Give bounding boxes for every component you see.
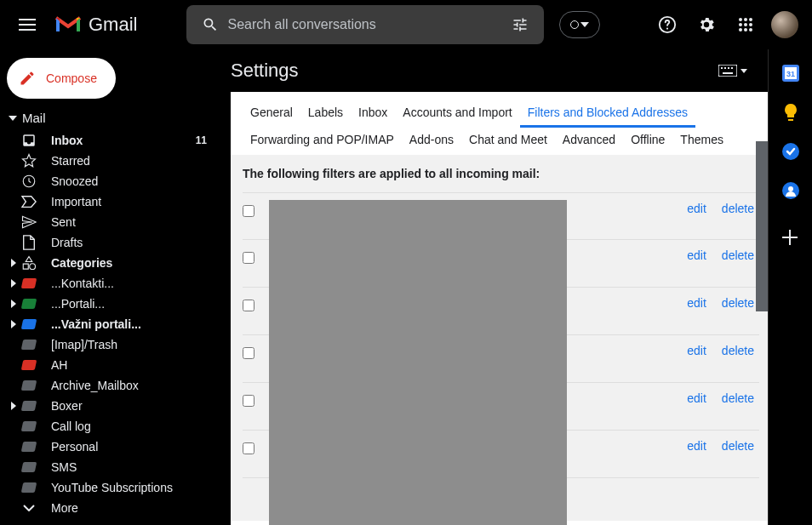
nav-item--va-ni-portali-[interactable]: ...Važni portali... xyxy=(0,314,217,334)
settings-button[interactable] xyxy=(689,8,723,42)
filter-edit-link[interactable]: edit xyxy=(687,439,706,453)
nav-item-personal[interactable]: Personal xyxy=(0,437,217,457)
filter-actions: editdelete xyxy=(687,296,759,310)
gmail-logo[interactable]: Gmail xyxy=(54,14,137,36)
plus-icon xyxy=(782,230,798,245)
tab-accounts-and-import[interactable]: Accounts and Import xyxy=(395,100,519,128)
nav-item--kontakti-[interactable]: ...Kontakti... xyxy=(0,273,217,294)
redacted-region xyxy=(269,200,567,525)
svg-rect-11 xyxy=(718,65,737,77)
tab-general[interactable]: General xyxy=(243,100,300,128)
apps-grid-icon xyxy=(738,17,753,32)
tab-inbox[interactable]: Inbox xyxy=(351,100,395,128)
nav-item-inbox[interactable]: Inbox11 xyxy=(0,130,217,151)
nav-label: Call log xyxy=(51,419,91,433)
nav-item-call-log[interactable]: Call log xyxy=(0,416,217,437)
filter-edit-link[interactable]: edit xyxy=(687,296,706,310)
filter-checkbox[interactable] xyxy=(243,205,254,217)
support-button[interactable] xyxy=(650,8,684,42)
tab-chat-and-meet[interactable]: Chat and Meet xyxy=(461,128,555,155)
filter-edit-link[interactable]: edit xyxy=(687,248,706,262)
nav-label: Starred xyxy=(51,154,90,168)
settings-header: Settings xyxy=(231,60,768,82)
input-tools-button[interactable] xyxy=(718,65,747,77)
tab-themes[interactable]: Themes xyxy=(672,128,731,155)
tab-labels[interactable]: Labels xyxy=(300,100,351,128)
settings-tabs: GeneralLabelsInboxAccounts and ImportFil… xyxy=(231,92,768,155)
nav-item-ah[interactable]: AH xyxy=(0,355,217,375)
compose-label: Compose xyxy=(46,71,97,85)
nav-label: Inbox xyxy=(51,134,83,147)
nav-item--imap-trash[interactable]: [Imap]/Trash xyxy=(0,334,217,355)
search-button[interactable] xyxy=(193,8,227,42)
nav-item-drafts[interactable]: Drafts xyxy=(0,232,217,253)
filter-actions: editdelete xyxy=(687,248,759,262)
svg-text:31: 31 xyxy=(786,70,794,78)
nav-item-categories[interactable]: Categories xyxy=(0,253,217,273)
svg-point-3 xyxy=(749,18,752,21)
svg-point-2 xyxy=(744,18,747,21)
keyboard-icon xyxy=(718,65,737,77)
nav-item-boxer[interactable]: Boxer xyxy=(0,396,217,416)
nav-label: Sent xyxy=(51,215,76,229)
nav-item-more[interactable]: More xyxy=(0,498,217,518)
filter-delete-link[interactable]: delete xyxy=(722,439,754,453)
search-input[interactable] xyxy=(227,17,503,32)
send-icon xyxy=(20,214,37,231)
svg-rect-12 xyxy=(721,67,723,69)
keep-app-button[interactable] xyxy=(782,104,799,121)
nav-label: ...Važni portali... xyxy=(51,317,141,331)
google-apps-button[interactable] xyxy=(729,8,763,42)
nav-item-youtube-subscriptions[interactable]: YouTube Subscriptions xyxy=(0,477,217,498)
app-header: Gmail xyxy=(0,0,812,49)
nav-item-important[interactable]: Important xyxy=(0,191,217,212)
nav-item-snoozed[interactable]: Snoozed xyxy=(0,171,217,191)
tab-filters-and-blocked-addresses[interactable]: Filters and Blocked Addresses xyxy=(520,100,695,128)
label-icon xyxy=(20,336,37,353)
scrollbar-thumb[interactable] xyxy=(756,141,768,311)
nav-item-archive_mailbox[interactable]: Archive_Mailbox xyxy=(0,375,217,396)
nav-label: Snoozed xyxy=(51,174,98,188)
contacts-app-button[interactable] xyxy=(782,182,799,199)
tasks-app-button[interactable] xyxy=(782,143,799,160)
filter-checkbox[interactable] xyxy=(243,300,254,311)
tab-advanced[interactable]: Advanced xyxy=(555,128,623,155)
mail-section-header[interactable]: Mail xyxy=(0,99,217,130)
filter-delete-link[interactable]: delete xyxy=(722,391,754,405)
nav-item-sms[interactable]: SMS xyxy=(0,457,217,477)
account-avatar[interactable] xyxy=(771,11,798,38)
svg-rect-15 xyxy=(731,67,733,69)
filter-delete-link[interactable]: delete xyxy=(722,248,754,262)
nav-item--portali-[interactable]: ...Portali... xyxy=(0,294,217,314)
filter-delete-link[interactable]: delete xyxy=(722,296,754,310)
tab-offline[interactable]: Offline xyxy=(623,128,672,155)
filter-delete-link[interactable]: delete xyxy=(722,344,754,357)
nav-label: Archive_Mailbox xyxy=(51,379,139,392)
svg-point-7 xyxy=(739,28,742,31)
main-menu-button[interactable] xyxy=(7,4,48,45)
filter-checkbox[interactable] xyxy=(243,347,254,359)
expand-caret-icon xyxy=(7,259,20,267)
gmail-logo-icon xyxy=(54,14,82,35)
filter-edit-link[interactable]: edit xyxy=(687,391,706,405)
mail-section-label: Mail xyxy=(22,111,46,125)
filter-actions: editdelete xyxy=(687,202,759,215)
filter-actions: editdelete xyxy=(687,439,759,453)
nav-item-starred[interactable]: Starred xyxy=(0,151,217,171)
tasks-icon xyxy=(782,143,799,160)
compose-button[interactable]: Compose xyxy=(7,58,116,99)
filter-delete-link[interactable]: delete xyxy=(722,202,754,215)
tab-forwarding-and-pop-imap[interactable]: Forwarding and POP/IMAP xyxy=(243,128,402,155)
add-addon-button[interactable] xyxy=(782,230,799,247)
search-options-button[interactable] xyxy=(503,8,537,42)
tab-add-ons[interactable]: Add-ons xyxy=(402,128,461,155)
calendar-app-button[interactable]: 31 xyxy=(782,65,799,82)
filter-edit-link[interactable]: edit xyxy=(687,202,706,215)
pencil-icon xyxy=(19,70,36,87)
filter-checkbox[interactable] xyxy=(243,252,254,264)
status-selector[interactable] xyxy=(559,11,600,38)
nav-item-sent[interactable]: Sent xyxy=(0,212,217,232)
filter-checkbox[interactable] xyxy=(243,395,254,407)
filter-edit-link[interactable]: edit xyxy=(687,344,706,357)
filter-checkbox[interactable] xyxy=(243,442,254,454)
